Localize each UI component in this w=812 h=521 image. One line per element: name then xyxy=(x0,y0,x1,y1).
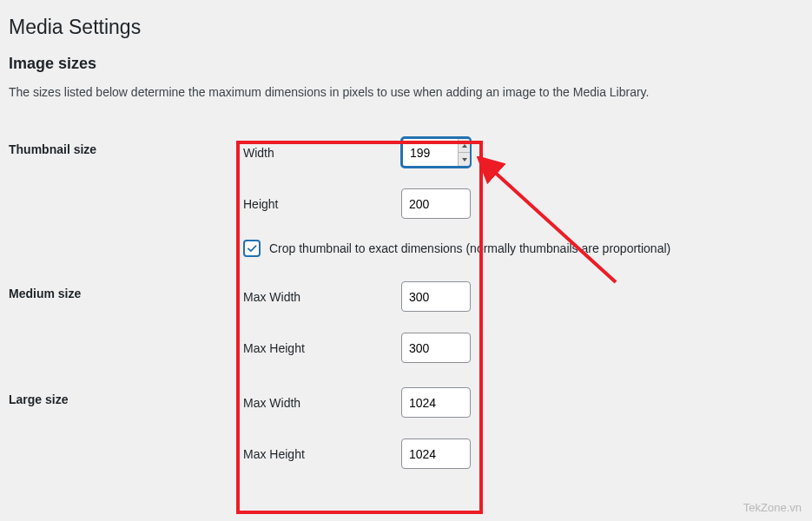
watermark: TekZone.vn xyxy=(743,501,802,514)
page-title: Media Settings xyxy=(9,16,803,39)
section-description: The sizes listed below determine the max… xyxy=(9,85,803,99)
thumbnail-width-label: Width xyxy=(243,146,401,160)
medium-maxwidth-input[interactable] xyxy=(401,281,471,312)
medium-maxwidth-label: Max Width xyxy=(243,290,401,304)
spinner-down-icon[interactable] xyxy=(458,153,470,166)
check-icon xyxy=(246,242,258,254)
thumbnail-crop-checkbox[interactable] xyxy=(243,240,261,257)
large-heading: Large size xyxy=(9,375,234,481)
spinner-up-icon[interactable] xyxy=(458,139,470,153)
medium-maxheight-input[interactable] xyxy=(401,333,471,363)
thumbnail-heading: Thumbnail size xyxy=(9,125,234,269)
medium-heading: Medium size xyxy=(9,269,234,375)
thumbnail-height-input[interactable] xyxy=(401,188,471,219)
large-maxheight-input[interactable] xyxy=(401,439,471,469)
large-maxheight-label: Max Height xyxy=(243,447,401,461)
thumbnail-crop-label: Crop thumbnail to exact dimensions (norm… xyxy=(269,241,670,255)
thumbnail-height-label: Height xyxy=(243,197,401,211)
large-maxwidth-input[interactable] xyxy=(401,387,471,418)
large-maxwidth-label: Max Width xyxy=(243,396,401,410)
medium-maxheight-label: Max Height xyxy=(243,341,401,355)
section-title: Image sizes xyxy=(9,55,803,73)
